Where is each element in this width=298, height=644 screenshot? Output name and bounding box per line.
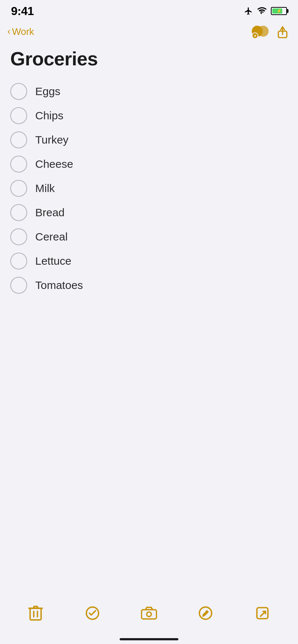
checklist-item[interactable]: Bread xyxy=(10,200,288,225)
checkbox[interactable] xyxy=(10,277,27,294)
svg-rect-12 xyxy=(257,608,268,619)
done-button[interactable] xyxy=(81,602,103,624)
svg-line-13 xyxy=(261,611,265,616)
pencil-circle-icon xyxy=(199,606,212,621)
checklist-item[interactable]: Chips xyxy=(10,104,288,128)
checkbox[interactable] xyxy=(10,228,27,245)
status-icons: ⚡ xyxy=(244,7,287,15)
item-label: Cheese xyxy=(35,158,73,170)
svg-rect-8 xyxy=(142,610,157,619)
camera-button[interactable] xyxy=(138,602,160,624)
checkbox[interactable] xyxy=(10,204,27,221)
checkbox[interactable] xyxy=(10,180,27,197)
back-chevron-icon: ‹ xyxy=(7,26,11,36)
checkbox[interactable] xyxy=(10,83,27,100)
back-label: Work xyxy=(12,26,34,37)
checklist-item[interactable]: Turkey xyxy=(10,128,288,152)
airplane-icon xyxy=(244,7,253,15)
item-label: Lettuce xyxy=(35,255,71,267)
item-label: Turkey xyxy=(35,134,69,146)
battery-indicator: ⚡ xyxy=(271,7,287,15)
compose-button[interactable] xyxy=(251,602,273,624)
checkbox[interactable] xyxy=(10,107,27,124)
checklist-item[interactable]: Milk xyxy=(10,176,288,200)
svg-line-11 xyxy=(207,611,208,612)
checkmark-circle-icon xyxy=(85,606,100,621)
checklist-item[interactable]: Lettuce xyxy=(10,249,288,273)
delete-button[interactable] xyxy=(25,602,47,624)
checklist-item[interactable]: Eggs xyxy=(10,79,288,104)
checklist-item[interactable]: Cheese xyxy=(10,152,288,176)
svg-point-0 xyxy=(261,13,262,14)
item-label: Tomatoes xyxy=(35,279,83,292)
bottom-toolbar xyxy=(0,597,298,629)
item-label: Bread xyxy=(35,206,65,219)
wifi-icon xyxy=(257,7,267,15)
checklist-item[interactable]: Tomatoes xyxy=(10,273,288,297)
checklist: EggsChipsTurkeyCheeseMilkBreadCerealLett… xyxy=(0,77,298,297)
nav-right-actions: + xyxy=(252,24,289,39)
collaborate-button[interactable]: + xyxy=(252,24,269,39)
svg-rect-3 xyxy=(30,608,41,620)
page-title: Groceries xyxy=(10,48,288,70)
svg-point-9 xyxy=(147,612,152,617)
battery-bolt: ⚡ xyxy=(276,8,282,14)
back-button[interactable]: ‹ Work xyxy=(7,26,34,37)
collab-add-icon: + xyxy=(252,32,258,39)
item-label: Milk xyxy=(35,182,55,195)
page-title-container: Groceries xyxy=(0,43,298,77)
nav-bar: ‹ Work + xyxy=(0,20,298,43)
share-icon xyxy=(277,25,288,38)
checkbox[interactable] xyxy=(10,253,27,269)
status-time: 9:41 xyxy=(11,4,34,18)
item-label: Eggs xyxy=(35,85,60,98)
camera-icon xyxy=(141,606,157,620)
checkbox[interactable] xyxy=(10,156,27,173)
trash-icon xyxy=(28,605,43,621)
item-label: Cereal xyxy=(35,231,68,243)
markup-button[interactable] xyxy=(195,602,217,624)
home-indicator xyxy=(120,638,178,640)
status-bar: 9:41 ⚡ xyxy=(0,0,298,20)
checkbox[interactable] xyxy=(10,131,27,148)
compose-icon xyxy=(255,606,270,621)
item-label: Chips xyxy=(35,109,63,122)
battery-body: ⚡ xyxy=(271,7,287,15)
share-button[interactable] xyxy=(276,24,289,39)
checklist-item[interactable]: Cereal xyxy=(10,225,288,249)
